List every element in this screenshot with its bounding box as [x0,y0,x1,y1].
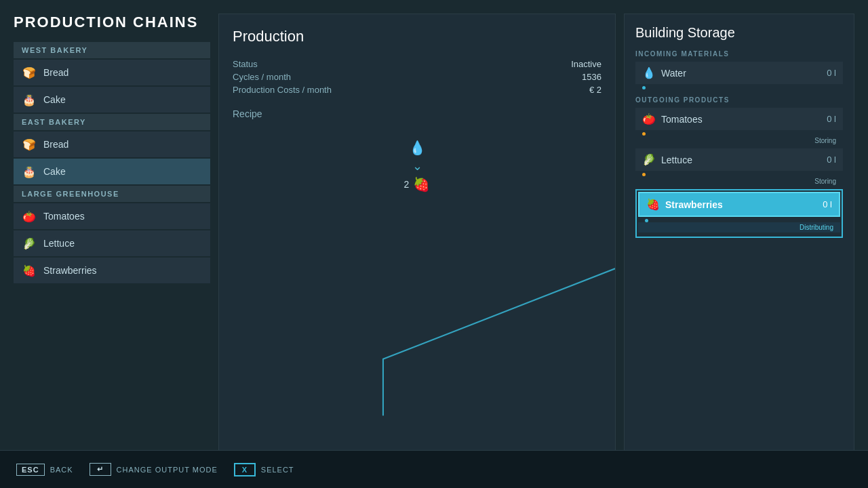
stat-label: Status [233,59,258,69]
item-status: Storing [635,136,843,146]
list-item[interactable]: 🥬Lettuce [14,230,210,256]
middle-panel: Production StatusInactiveCycles / month1… [218,14,616,474]
strawberry-icon: 🍓 [646,198,660,211]
stat-label: Production Costs / month [233,85,332,95]
production-stats: StatusInactiveCycles / month1536Producti… [233,59,601,95]
incoming-item-wrapper: 💧Water0 l [635,62,843,89]
item-icon: 🍞 [22,137,37,152]
highlighted-box: 🍓Strawberries0 lDistributing [635,189,843,238]
item-status: Distributing [638,222,840,232]
key-label: BACK [50,466,73,474]
item-name: Tomatoes [661,114,703,125]
item-icon: 🍓 [22,263,37,278]
list-item[interactable]: 🍞Bread [14,131,210,157]
item-name: Lettuce [661,155,692,165]
item-icon: 🍞 [22,65,37,80]
key-box: ↵ [90,463,111,476]
item-label: Lettuce [43,238,75,249]
right-panel: Building Storage INCOMING MATERIALS 💧Wat… [624,14,854,474]
item-label: Cake [43,166,66,177]
list-item[interactable]: 🍅Tomatoes [14,203,210,229]
section-header: LARGE GREENHOUSE [14,186,210,202]
item-value: 0 l [827,68,836,78]
item-label: Cake [43,94,66,105]
recipe-output: 2 🍓 [404,176,431,192]
outgoing-item[interactable]: 🍅Tomatoes0 l [635,108,843,130]
item-label: Bread [43,139,68,150]
recipe-arrow: ⌄ [412,159,422,174]
outgoing-item[interactable]: 🥬Lettuce0 l [635,148,843,171]
main-container: PRODUCTION CHAINS WEST BAKERY🍞Bread🎂Cake… [0,0,868,488]
count: 2 [404,179,410,190]
item-label: Strawberries [43,265,97,276]
stat-value: 1536 [582,72,601,82]
key-box: ESC [16,464,45,476]
left-panel: PRODUCTION CHAINS WEST BAKERY🍞Bread🎂Cake… [14,14,210,474]
incoming-items: 💧Water0 l [635,62,843,89]
bottom-bar: ESCBACK↵CHANGE OUTPUT MODEXSELECT [0,450,868,488]
section-header: EAST BAKERY [14,114,210,130]
water-icon: 💧 [409,140,426,156]
recipe-content: 💧 ⌄ 2 🍓 [233,140,601,192]
key-label: CHANGE OUTPUT MODE [117,466,218,474]
item-status: Storing [635,176,843,186]
page-title: PRODUCTION CHAINS [14,14,210,31]
item-value: 0 l [827,114,836,124]
item-icon: 🍅 [22,209,37,224]
item-value: 0 l [827,155,836,165]
item-value: 0 l [823,199,832,209]
outgoing-item-strawberries[interactable]: 🍓Strawberries0 l [638,192,840,217]
item-icon: 🎂 [22,92,37,107]
stat-row: Production Costs / month€ 2 [233,85,601,95]
production-title: Production [233,28,601,45]
list-item[interactable]: 🎂Cake [14,159,210,184]
outgoing-items: 🍅Tomatoes0 lStoring🥬Lettuce0 lStoring🍓St… [635,108,843,238]
water-icon: 💧 [642,66,656,79]
stat-row: Cycles / month1536 [233,72,601,82]
dot-indicator [642,86,646,89]
section-header: WEST BAKERY [14,42,210,58]
item-label: Bread [43,67,68,78]
recipe-title: Recipe [233,108,601,119]
key-label: SELECT [261,466,294,474]
key-button[interactable]: ↵CHANGE OUTPUT MODE [90,463,218,476]
recipe-section: Recipe 💧 ⌄ 2 🍓 [233,108,601,192]
list-item[interactable]: 🍞Bread [14,60,210,85]
item-icon: 🥬 [642,153,656,166]
stat-value: € 2 [589,85,601,95]
item-label: Tomatoes [43,211,85,222]
item-name: Water [661,68,686,79]
key-button[interactable]: XSELECT [234,463,294,476]
key-box: X [234,463,256,476]
list-item[interactable]: 🍓Strawberries [14,258,210,283]
item-name: Strawberries [665,199,723,210]
incoming-header: INCOMING MATERIALS [635,50,843,58]
list-item[interactable]: 🎂Cake [14,87,210,113]
key-button[interactable]: ESCBACK [16,464,73,476]
incoming-item[interactable]: 💧Water0 l [635,62,843,84]
recipe-ingredient: 💧 [409,140,426,156]
item-icon: 🎂 [22,164,37,179]
strawberry-icon: 🍓 [413,176,430,192]
building-storage-title: Building Storage [635,25,843,41]
item-icon: 🍅 [642,113,656,125]
stat-label: Cycles / month [233,72,291,82]
stat-row: StatusInactive [233,59,601,69]
stat-value: Inactive [571,59,601,69]
outgoing-header: OUTGOING PRODUCTS [635,96,843,104]
item-icon: 🥬 [22,236,37,251]
left-sections: WEST BAKERY🍞Bread🎂CakeEAST BAKERY🍞Bread🎂… [14,42,210,283]
